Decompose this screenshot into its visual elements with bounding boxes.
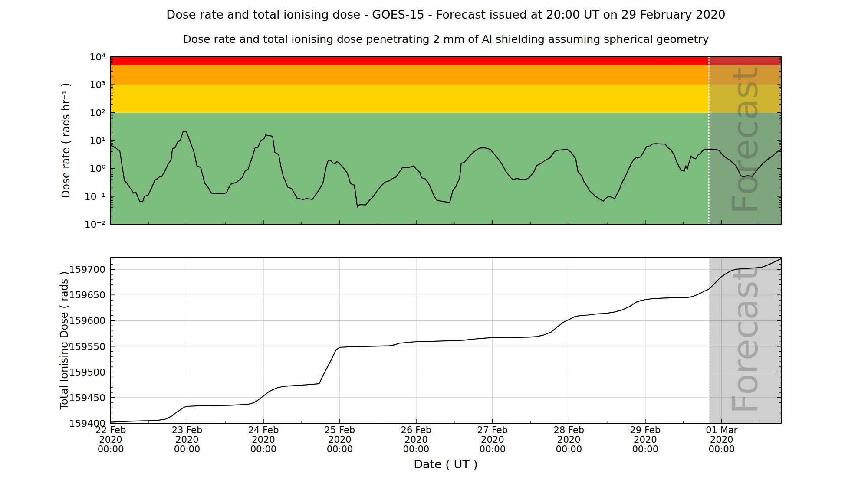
x-tick-label: 00:00 — [327, 444, 353, 454]
figure: Forecast10⁴10³10²10¹10⁰10⁻¹10⁻²Forecast1… — [0, 0, 868, 477]
x-tick-label: 00:00 — [556, 444, 582, 454]
y-tick-label: 159550 — [69, 341, 105, 352]
y-tick-label: 10⁻² — [85, 219, 105, 230]
total-dose-panel-bg — [111, 258, 781, 423]
x-tick-label: 00:00 — [174, 444, 201, 454]
chart-subtitle: Dose rate and total ionising dose penetr… — [111, 33, 781, 46]
x-tick-label: 2020 — [99, 435, 122, 445]
x-tick-label: 2020 — [404, 435, 427, 445]
y-tick-label: 10² — [89, 108, 105, 118]
y-tick-label: 10³ — [89, 79, 105, 90]
x-tick-label: 2020 — [175, 435, 198, 445]
x-tick-label: 29 Feb — [630, 425, 661, 435]
x-tick-label: 2020 — [710, 435, 733, 445]
x-tick-label: 24 Feb — [248, 425, 279, 435]
x-tick-label: 00:00 — [98, 444, 124, 454]
x-tick-label: 2020 — [634, 435, 657, 445]
x-tick-label: 27 Feb — [477, 425, 508, 435]
y-tick-label: 159700 — [69, 264, 105, 275]
y-tick-label: 159450 — [69, 392, 105, 403]
y-tick-label: 10⁰ — [89, 163, 105, 174]
y-tick-label: 159650 — [69, 290, 105, 301]
x-tick-label: 00:00 — [403, 444, 430, 454]
forecast-watermark-bottom: Forecast — [725, 267, 766, 414]
dose-band-2 — [111, 65, 781, 85]
x-tick-label: 23 Feb — [172, 425, 203, 435]
forecast-watermark-top: Forecast — [725, 67, 766, 214]
dose-band-3 — [111, 57, 781, 65]
y-tick-label: 159500 — [69, 367, 105, 378]
y-tick-label: 10⁻¹ — [85, 191, 105, 202]
x-tick-label: 2020 — [252, 435, 275, 445]
x-tick-label: 2020 — [557, 435, 580, 445]
y-tick-label: 10⁴ — [89, 52, 105, 62]
x-tick-label: 00:00 — [250, 444, 277, 454]
x-tick-label: 2020 — [328, 435, 351, 445]
x-tick-label: 22 Feb — [95, 425, 126, 435]
y-tick-label: 10¹ — [89, 135, 105, 146]
x-tick-label: 2020 — [481, 435, 504, 445]
y-tick-label: 159600 — [69, 315, 105, 326]
dose-rate-y-axis-label: Dose rate ( rads hr⁻¹ ) — [60, 83, 72, 198]
chart-canvas: Forecast10⁴10³10²10¹10⁰10⁻¹10⁻²Forecast1… — [0, 0, 868, 477]
dose-band-1 — [111, 85, 781, 112]
x-axis-label: Date ( UT ) — [414, 457, 478, 471]
x-tick-label: 00:00 — [632, 444, 659, 454]
x-tick-label: 28 Feb — [554, 425, 585, 435]
x-tick-label: 00:00 — [708, 444, 735, 454]
x-tick-label: 01 Mar — [706, 425, 737, 435]
chart-title: Dose rate and total ionising dose - GOES… — [111, 8, 781, 21]
total-dose-y-axis-label: Total Ionising Dose ( rads ) — [58, 271, 70, 410]
x-tick-label: 00:00 — [480, 444, 506, 454]
x-tick-label: 26 Feb — [401, 425, 432, 435]
x-tick-label: 25 Feb — [325, 425, 355, 435]
